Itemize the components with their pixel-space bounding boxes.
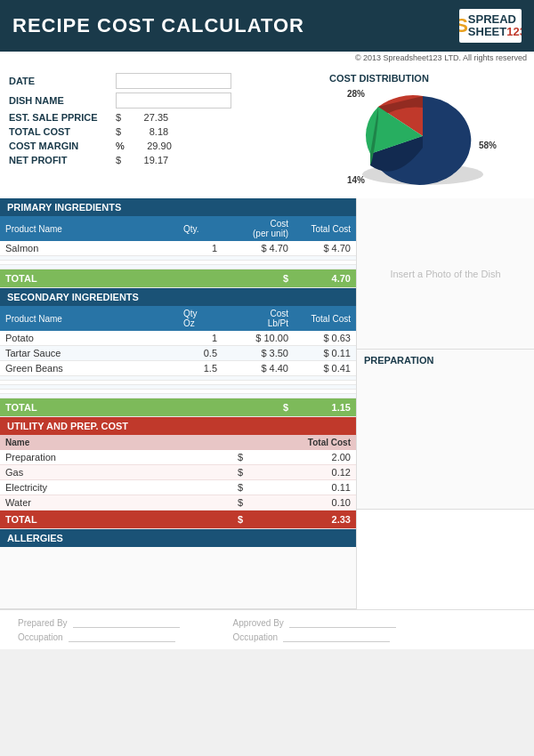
total-cost-value: 8.18	[124, 126, 168, 137]
secondary-row-1: Tartar Sauce 0.5 $ 3.50 $ 0.11	[0, 346, 356, 361]
preparation-label: PREPARATION	[357, 350, 534, 510]
logo-sheet: SHEET123	[468, 26, 522, 38]
logo-spread: SPREAD	[468, 13, 522, 26]
total-cost-label: TOTAL COST	[9, 126, 116, 137]
primary-col-total: Total Cost	[294, 216, 356, 241]
copyright: © 2013 Spreadsheet123 LTD. All rights re…	[0, 52, 534, 64]
date-input[interactable]	[116, 73, 231, 89]
utility-col-name: Name	[0, 435, 190, 450]
utility-row-2: Electricity $ 0.11	[0, 480, 356, 495]
primary-header-row: Product Name Qty. Cost(per unit) Total C…	[0, 216, 356, 241]
utility-header-row: Name Total Cost	[0, 435, 356, 450]
utility-sym-3: $	[190, 495, 249, 511]
secondary-section-header: SECONDARY INGREDIENTS	[0, 288, 356, 306]
logo-123: 123	[506, 25, 522, 38]
cost-margin-label: COST MARGIN	[9, 141, 116, 151]
utility-total-label: TOTAL	[0, 511, 190, 529]
secondary-col-qty: QtyOz	[178, 306, 222, 331]
utility-val-3: 0.10	[248, 495, 356, 511]
occupation-label: Occupation	[18, 632, 63, 642]
dish-name-input[interactable]	[116, 92, 231, 109]
secondary-total-1: $ 0.11	[294, 346, 356, 361]
primary-total-label: TOTAL	[0, 269, 222, 288]
page: RECIPE COST CALCULATOR S SPREAD SHEET123…	[0, 0, 534, 649]
pie-label-28: 28%	[347, 89, 365, 99]
right-panel: Insert a Photo of the Dish PREPARATION	[356, 198, 534, 609]
utility-total-row: TOTAL $ 2.33	[0, 511, 356, 529]
logo-box: S SPREAD SHEET123	[459, 9, 522, 43]
utility-sym-0: $	[190, 450, 249, 465]
secondary-cost-2: $ 4.40	[222, 361, 294, 376]
secondary-header-row: Product Name QtyOz CostLb/Pt Total Cost	[0, 306, 356, 331]
utility-table: Name Total Cost Preparation $ 2.00 Gas $…	[0, 435, 356, 529]
secondary-col-total: Total Cost	[294, 306, 356, 331]
secondary-total-row: TOTAL $ 1.15	[0, 398, 356, 417]
primary-name-0: Salmon	[0, 241, 178, 256]
main-content: PRIMARY INGREDIENTS Product Name Qty. Co…	[0, 198, 534, 609]
est-sale-label: EST. SALE PPRICE	[9, 112, 116, 123]
secondary-cost-1: $ 3.50	[222, 346, 294, 361]
total-cost-row: TOTAL COST $ 8.18	[9, 126, 320, 137]
occupation2-label: Occupation	[233, 632, 279, 642]
dish-name-label: DISH NAME	[9, 95, 116, 106]
primary-section-header: PRIMARY INGREDIENTS	[0, 198, 356, 216]
cost-margin-row: COST MARGIN % 29.90	[9, 141, 320, 151]
allergies-section-header: ALLERGIES	[0, 529, 356, 547]
secondary-row-2: Green Beans 1.5 $ 4.40 $ 0.41	[0, 361, 356, 376]
utility-val-2: 0.11	[248, 480, 356, 495]
primary-ingredients-table: Product Name Qty. Cost(per unit) Total C…	[0, 216, 356, 288]
chart-title: COST DISTRIBUTION	[329, 73, 525, 84]
utility-val-1: 0.12	[248, 465, 356, 480]
net-profit-currency: $	[116, 155, 121, 165]
primary-total-0: $ 4.70	[294, 241, 356, 256]
utility-name-0: Preparation	[0, 450, 190, 465]
approved-by-field: Approved By	[233, 617, 396, 628]
pie-label-14: 14%	[347, 175, 365, 185]
photo-placeholder: Insert a Photo of the Dish	[357, 198, 534, 350]
secondary-qty-2: 1.5	[178, 361, 222, 376]
secondary-qty-0: 1	[178, 331, 222, 346]
utility-name-2: Electricity	[0, 480, 190, 495]
footer: Prepared By Occupation Approved By Occup…	[0, 609, 534, 649]
cost-margin-value: 29.90	[127, 141, 172, 151]
cost-margin-percent: %	[116, 141, 125, 151]
prepared-by-line	[73, 617, 180, 628]
logo-s-icon: S	[459, 14, 468, 37]
net-profit-label: NET PROFIT	[9, 155, 116, 165]
utility-name-1: Gas	[0, 465, 190, 480]
secondary-total-2: $ 0.41	[294, 361, 356, 376]
secondary-total-sym: $	[222, 398, 294, 417]
occupation2-line	[283, 631, 390, 642]
footer-left: Prepared By Occupation	[18, 617, 180, 642]
allergies-content	[0, 547, 356, 609]
secondary-row-0: Potato 1 $ 10.00 $ 0.63	[0, 331, 356, 346]
utility-col-total: Total Cost	[190, 435, 357, 450]
primary-total-sym: $	[222, 269, 294, 288]
primary-cost-0: $ 4.70	[222, 241, 294, 256]
primary-total-value: 4.70	[294, 269, 356, 288]
chart-section: COST DISTRIBUTION	[329, 73, 525, 194]
secondary-ingredients-table: Product Name QtyOz CostLb/Pt Total Cost …	[0, 306, 356, 417]
primary-row-0: Salmon 1 $ 4.70 $ 4.70	[0, 241, 356, 256]
net-profit-value: 19.17	[124, 155, 168, 165]
utility-section-header: UTILITY AND PREP. COST	[0, 417, 356, 435]
secondary-qty-1: 0.5	[178, 346, 222, 361]
utility-row-3: Water $ 0.10	[0, 495, 356, 511]
secondary-col-product: Product Name	[0, 306, 178, 331]
est-sale-value: 27.35	[124, 112, 168, 123]
footer-right: Approved By Occupation	[233, 617, 396, 642]
secondary-name-2: Green Beans	[0, 361, 178, 376]
date-row: DATE	[9, 73, 320, 89]
left-panel: PRIMARY INGREDIENTS Product Name Qty. Co…	[0, 198, 356, 609]
utility-name-3: Water	[0, 495, 190, 511]
pie-label-58: 58%	[479, 141, 497, 150]
est-sale-currency: $	[116, 112, 121, 123]
utility-sym-1: $	[190, 465, 249, 480]
pie-chart: 28% 58% 14%	[329, 87, 498, 194]
prepared-by-field: Prepared By	[18, 617, 180, 628]
primary-col-cost: Cost(per unit)	[222, 216, 294, 241]
primary-col-product: Product Name	[0, 216, 178, 241]
secondary-total-0: $ 0.63	[294, 331, 356, 346]
occupation-field: Occupation	[18, 631, 180, 642]
approved-by-line	[289, 617, 396, 628]
